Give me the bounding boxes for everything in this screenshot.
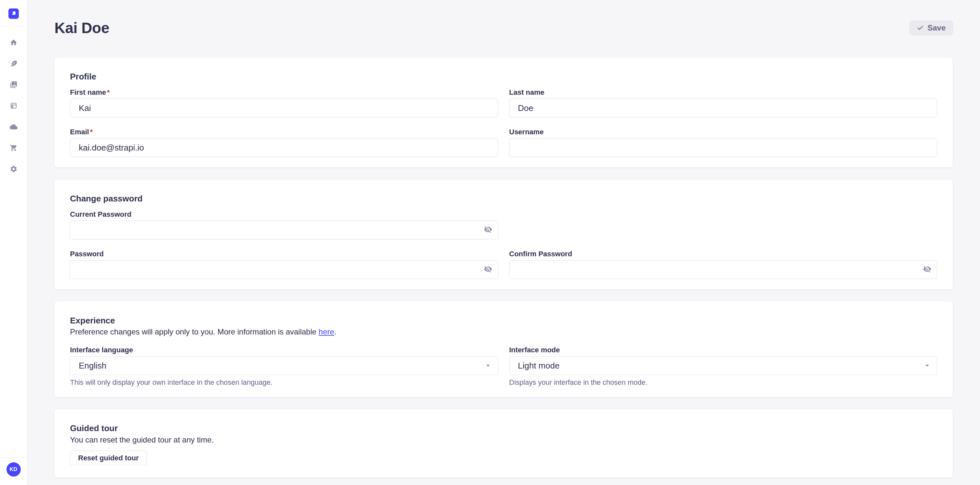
username-input[interactable] (509, 138, 937, 157)
caret-down-icon (924, 363, 930, 368)
guided-tour-heading: Guided tour (70, 423, 937, 434)
experience-grid: Interface language English This will onl… (70, 346, 937, 387)
interface-language-select[interactable]: English (70, 356, 498, 375)
sidebar-item-home[interactable] (10, 38, 18, 46)
first-name-input[interactable] (70, 99, 498, 117)
interface-language-value: English (79, 361, 106, 371)
sidebar: KD (0, 0, 27, 485)
page-title: Kai Doe (54, 19, 109, 37)
current-password-input[interactable] (70, 220, 498, 239)
grid-spacer (509, 210, 937, 239)
confirm-password-input[interactable] (509, 260, 937, 279)
password-label: Password (70, 250, 498, 258)
more-information-link[interactable]: here (318, 327, 334, 336)
interface-mode-select[interactable]: Light mode (509, 356, 937, 375)
gear-icon (10, 165, 18, 173)
sidebar-item-settings[interactable] (10, 165, 18, 173)
save-button-label: Save (928, 23, 946, 32)
sidebar-nav (10, 38, 18, 173)
interface-language-hint: This will only display your own interfac… (70, 378, 498, 387)
last-name-input[interactable] (509, 99, 937, 117)
cart-icon (10, 144, 18, 152)
check-icon (917, 24, 924, 32)
layout-icon (10, 102, 18, 110)
email-label: Email* (70, 128, 498, 136)
reset-guided-tour-button[interactable]: Reset guided tour (70, 451, 147, 465)
experience-description: Preference changes will apply only to yo… (70, 327, 937, 337)
guided-tour-card: Guided tour You can reset the guided tou… (54, 409, 953, 477)
cloud-icon (10, 123, 18, 131)
settings-sections: Profile First name* Last name Email (54, 57, 953, 477)
password-input[interactable] (70, 260, 498, 279)
eye-slash-icon (484, 265, 492, 274)
last-name-label: Last name (509, 88, 937, 97)
interface-mode-label: Interface mode (509, 346, 937, 354)
first-name-field-group: First name* (70, 88, 498, 117)
email-field-group: Email* (70, 128, 498, 157)
email-input[interactable] (70, 138, 498, 157)
sidebar-item-content-manager[interactable] (10, 60, 18, 67)
feather-icon (10, 60, 18, 67)
interface-mode-field-group: Interface mode Light mode Displays your … (509, 346, 937, 387)
change-password-grid: Current Password Password (70, 210, 937, 279)
toggle-password-visibility-button[interactable] (482, 263, 494, 276)
toggle-confirm-password-visibility-button[interactable] (921, 263, 933, 276)
sidebar-item-cloud[interactable] (10, 123, 18, 131)
user-avatar[interactable]: KD (6, 462, 21, 477)
toggle-current-password-visibility-button[interactable] (482, 223, 494, 237)
strapi-logo[interactable] (8, 8, 19, 19)
change-password-card: Change password Current Password (54, 179, 953, 289)
sidebar-divider-top (0, 26, 27, 26)
first-name-label: First name* (70, 88, 498, 97)
username-field-group: Username (509, 128, 937, 157)
main-content: Kai Doe Save Profile First name* La (27, 0, 980, 485)
required-asterisk: * (90, 128, 93, 136)
experience-card: Experience Preference changes will apply… (54, 302, 953, 397)
save-button[interactable]: Save (910, 21, 953, 35)
experience-heading: Experience (70, 316, 937, 326)
profile-heading: Profile (70, 72, 937, 82)
change-password-heading: Change password (70, 194, 937, 204)
interface-mode-hint: Displays your interface in the chosen mo… (509, 378, 937, 387)
username-label: Username (509, 128, 937, 136)
interface-language-field-group: Interface language English This will onl… (70, 346, 498, 387)
eye-slash-icon (484, 225, 492, 235)
caret-down-icon (485, 363, 491, 368)
profile-card: Profile First name* Last name Email (54, 57, 953, 168)
current-password-field-group: Current Password (70, 210, 498, 239)
password-field-group: Password (70, 250, 498, 279)
sidebar-item-marketplace[interactable] (10, 144, 18, 152)
required-asterisk: * (107, 88, 110, 96)
confirm-password-field-group: Confirm Password (509, 250, 937, 279)
page-header: Kai Doe Save (54, 19, 953, 37)
house-icon (10, 38, 18, 46)
profile-grid: First name* Last name Email* (70, 88, 937, 157)
images-icon (10, 81, 18, 89)
sidebar-bottom: KD (0, 458, 27, 485)
current-password-label: Current Password (70, 210, 498, 219)
interface-language-label: Interface language (70, 346, 498, 354)
sidebar-item-media-library[interactable] (10, 81, 18, 89)
last-name-field-group: Last name (509, 88, 937, 117)
strapi-logo-icon (10, 10, 17, 18)
sidebar-item-content-type-builder[interactable] (10, 102, 18, 110)
confirm-password-label: Confirm Password (509, 250, 937, 258)
guided-tour-description: You can reset the guided tour at any tim… (70, 436, 937, 444)
interface-mode-value: Light mode (518, 361, 560, 371)
eye-slash-icon (923, 265, 931, 274)
